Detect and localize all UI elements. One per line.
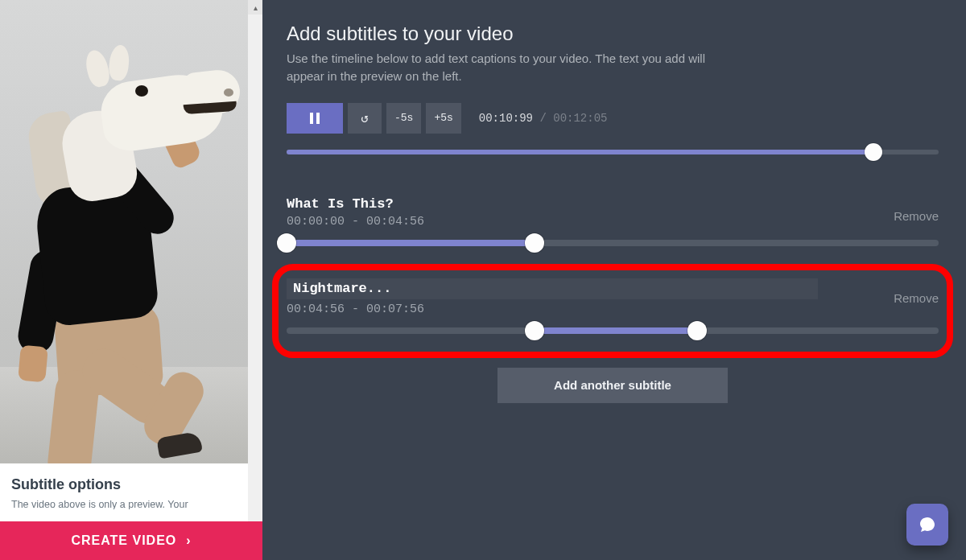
remove-subtitle-link[interactable]: Remove <box>894 291 939 305</box>
range-start-knob[interactable] <box>277 233 296 253</box>
subtitle-row: What Is This? 00:00:00 - 00:04:56 Remove <box>287 196 939 246</box>
subtitle-options-desc: The video above is only a preview. Your <box>11 498 251 509</box>
remove-subtitle-link[interactable]: Remove <box>894 209 939 223</box>
rewind-5s-button[interactable]: -5s <box>386 103 421 134</box>
subtitle-range-slider[interactable] <box>287 327 939 334</box>
page-subtitle: Use the timeline below to add text capti… <box>287 50 705 85</box>
pause-icon <box>310 113 320 124</box>
subtitle-range-slider[interactable] <box>287 240 939 246</box>
restart-button[interactable]: ↺ <box>348 103 382 134</box>
page-title: Add subtitles to your video <box>287 23 939 45</box>
playback-progress[interactable] <box>287 150 939 161</box>
range-start-knob[interactable] <box>525 321 544 340</box>
subtitle-range: 00:00:00 - 00:04:56 <box>287 215 939 229</box>
range-end-knob[interactable] <box>687 321 707 340</box>
chevron-right-icon: › <box>186 533 191 548</box>
time-sep: / <box>533 112 553 125</box>
create-video-button[interactable]: CREATE VIDEO › <box>0 521 262 560</box>
main-panel: Add subtitles to your video Use the time… <box>262 0 966 560</box>
subtitle-options-heading: Subtitle options <box>11 476 251 493</box>
forward-5s-button[interactable]: +5s <box>426 103 460 134</box>
create-video-label: CREATE VIDEO <box>71 533 176 548</box>
subtitle-options-section: Subtitle options The video above is only… <box>0 463 262 509</box>
subtitle-range: 00:04:56 - 00:07:56 <box>287 303 939 316</box>
chat-button[interactable] <box>906 504 948 546</box>
progress-knob[interactable] <box>865 143 882 161</box>
total-time: 00:12:05 <box>553 112 607 125</box>
video-preview <box>0 0 248 463</box>
scroll-up-icon[interactable]: ▴ <box>248 0 262 14</box>
chat-icon <box>918 515 937 534</box>
left-panel: Subtitle options The video above is only… <box>0 0 262 560</box>
subtitle-text[interactable]: What Is This? <box>287 196 939 212</box>
add-subtitle-button[interactable]: Add another subtitle <box>497 368 728 403</box>
subtitle-row: 00:04:56 - 00:07:56 Remove <box>287 278 939 334</box>
playback-controls: ↺ -5s +5s 00:10:99 / 00:12:05 <box>287 103 939 134</box>
subtitle-text-input[interactable] <box>287 278 818 299</box>
range-end-knob[interactable] <box>525 233 544 253</box>
time-readout: 00:10:99 / 00:12:05 <box>479 112 608 125</box>
pause-button[interactable] <box>287 103 343 134</box>
left-scrollbar[interactable]: ▴ <box>248 0 262 560</box>
preview-image <box>0 0 248 463</box>
restart-icon: ↺ <box>361 110 369 126</box>
current-time: 00:10:99 <box>479 112 533 125</box>
